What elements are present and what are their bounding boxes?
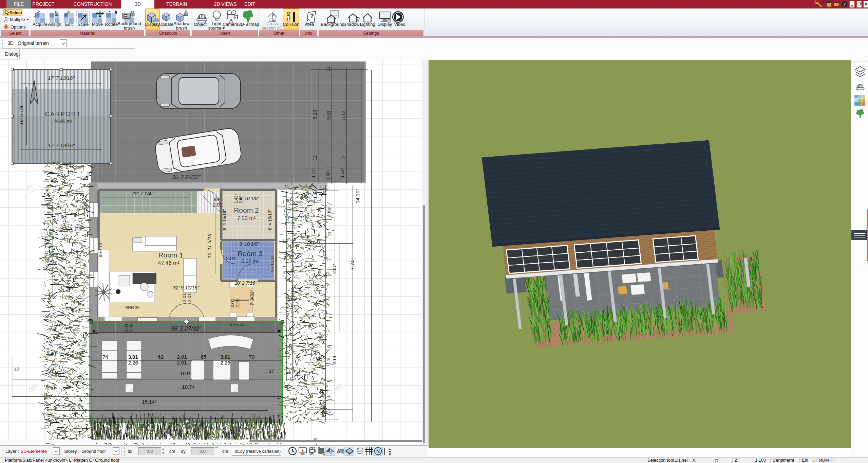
svg-text:17' 7 13/16": 17' 7 13/16": [48, 142, 75, 148]
svg-text:32' 9 11/16": 32' 9 11/16": [173, 285, 199, 290]
svg-text:2.01: 2.01: [182, 293, 187, 302]
svg-text:12: 12: [14, 366, 19, 372]
svg-text:2.01: 2.01: [226, 255, 235, 261]
svg-text:12: 12: [341, 155, 346, 161]
svg-text:5.13: 5.13: [341, 110, 346, 120]
svg-text:62: 62: [158, 354, 164, 360]
svg-text:1.11⁵: 1.11⁵: [340, 168, 345, 178]
svg-text:BRH 1.50: BRH 1.50: [270, 256, 274, 272]
svg-text:12: 12: [325, 66, 331, 72]
svg-text:3.01: 3.01: [128, 354, 138, 360]
svg-text:?: ?: [310, 13, 314, 19]
svg-text:Room 2: Room 2: [234, 206, 259, 214]
svg-text:90⁵: 90⁵: [322, 400, 327, 407]
svg-text:3.01: 3.01: [220, 354, 230, 360]
svg-text:CARPORT: CARPORT: [45, 110, 81, 118]
svg-text:10' 2 7/16": 10' 2 7/16": [234, 280, 257, 286]
svg-text:2.01: 2.01: [213, 202, 222, 208]
svg-text:8' 4 15/16": 8' 4 15/16": [222, 209, 227, 230]
svg-text:2.26: 2.26: [128, 360, 138, 366]
svg-text:2.63⁵: 2.63⁵: [239, 194, 243, 203]
svg-text:9' 10 1/8": 9' 10 1/8": [240, 241, 260, 247]
svg-text:74: 74: [102, 354, 108, 360]
svg-text:2.01: 2.01: [177, 354, 187, 360]
svg-text:15' 11 5/16": 15' 11 5/16": [206, 232, 212, 258]
svg-text:Options: Options: [11, 24, 26, 30]
svg-text:1.13: 1.13: [313, 190, 318, 199]
svg-text:47.46 m²: 47.46 m²: [158, 260, 180, 266]
svg-text:7.53 m²: 7.53 m²: [237, 215, 256, 221]
svg-text:2.26: 2.26: [220, 360, 230, 366]
svg-text:BRH 35: BRH 35: [230, 322, 244, 327]
svg-text:1.01: 1.01: [317, 268, 322, 277]
svg-text:10.74: 10.74: [182, 384, 194, 390]
svg-text:1.60⁵: 1.60⁵: [325, 170, 331, 180]
svg-text:1.43⁵: 1.43⁵: [234, 194, 239, 203]
svg-text:Select: Select: [10, 11, 22, 15]
svg-text:35' 2 27/32": 35' 2 27/32": [171, 325, 201, 332]
svg-text:2.26: 2.26: [235, 299, 240, 308]
svg-text:70: 70: [249, 354, 255, 360]
svg-text:2.01: 2.01: [187, 293, 192, 302]
svg-text:26.95 m²: 26.95 m²: [54, 119, 72, 124]
svg-text:2.14: 2.14: [332, 356, 337, 364]
svg-text:65: 65: [201, 354, 207, 360]
svg-text:2.01: 2.01: [177, 360, 187, 366]
svg-text:BRH 75: BRH 75: [98, 243, 103, 257]
svg-text:5.13: 5.13: [312, 110, 318, 119]
svg-text:N: N: [376, 448, 380, 454]
svg-text:8' 4 15/16": 8' 4 15/16": [267, 209, 272, 230]
svg-text:7.74: 7.74: [350, 260, 355, 270]
svg-text:11: 11: [327, 232, 332, 236]
svg-text:10.0: 10.0: [180, 370, 190, 376]
svg-text:2.26: 2.26: [129, 323, 134, 332]
svg-text:6.07 m²: 6.07 m²: [242, 258, 259, 264]
svg-text:35' 2 27/32": 35' 2 27/32": [172, 174, 201, 180]
svg-text:BRH 35: BRH 35: [125, 305, 139, 310]
svg-text:1.11⁵: 1.11⁵: [311, 168, 316, 178]
svg-text:37: 37: [269, 368, 275, 374]
svg-text:Room 1: Room 1: [158, 251, 183, 259]
svg-text:Room 3: Room 3: [238, 250, 262, 257]
svg-text:22' 7 1/4": 22' 7 1/4": [132, 191, 153, 196]
svg-text:16' 5 1/4": 16' 5 1/4": [18, 104, 24, 125]
svg-text:Multiple: Multiple: [10, 17, 25, 22]
svg-text:14.10⁵: 14.10⁵: [355, 189, 360, 203]
svg-text:5.01: 5.01: [326, 110, 332, 120]
svg-text:7' 9/32": 7' 9/32": [249, 289, 255, 306]
svg-text:?: ?: [843, 2, 846, 7]
svg-text:1.9: 1.9: [313, 353, 318, 359]
svg-text:2.07⁵: 2.07⁵: [332, 263, 337, 274]
svg-text:17' 7 13/16": 17' 7 13/16": [48, 75, 75, 81]
svg-text:12: 12: [312, 155, 318, 161]
svg-text:3.01: 3.01: [230, 299, 235, 308]
svg-text:15.14⁵: 15.14⁵: [142, 399, 157, 405]
